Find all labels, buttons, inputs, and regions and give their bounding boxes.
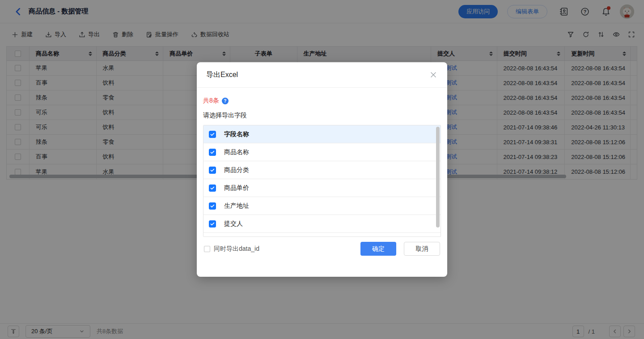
vertical-scrollbar[interactable] bbox=[436, 127, 440, 227]
count-help-icon[interactable]: ? bbox=[222, 98, 229, 104]
export-fields-hint: 请选择导出字段 bbox=[203, 112, 441, 120]
field-label: 商品名称 bbox=[224, 148, 249, 156]
export-field-row[interactable]: 生产地址 bbox=[203, 197, 441, 215]
field-checkbox[interactable] bbox=[209, 167, 216, 174]
export-field-row[interactable]: 商品名称 bbox=[203, 143, 441, 161]
field-checkbox[interactable] bbox=[209, 149, 216, 156]
field-checkbox[interactable] bbox=[209, 131, 216, 138]
export-field-list: 字段名称商品名称商品分类商品单价生产地址提交人 bbox=[203, 125, 441, 237]
record-count-text: 共8条 bbox=[203, 97, 219, 105]
field-checkbox[interactable] bbox=[209, 185, 216, 192]
export-dataid-label: 同时导出data_id bbox=[214, 245, 259, 253]
field-checkbox[interactable] bbox=[209, 220, 216, 227]
export-excel-modal: 导出Excel 共8条 ? 请选择导出字段 字段名称商品名称商品分类商品单价生产… bbox=[197, 62, 447, 277]
export-field-row[interactable]: 字段名称 bbox=[203, 125, 441, 143]
export-field-row[interactable]: 商品分类 bbox=[203, 161, 441, 179]
field-label: 商品单价 bbox=[224, 184, 249, 192]
close-icon[interactable] bbox=[429, 71, 437, 79]
export-field-row[interactable]: 商品单价 bbox=[203, 179, 441, 197]
field-label: 字段名称 bbox=[224, 130, 249, 138]
confirm-button[interactable]: 确定 bbox=[360, 242, 396, 256]
field-label: 生产地址 bbox=[224, 202, 249, 210]
export-dataid-checkbox[interactable] bbox=[204, 246, 210, 252]
modal-title: 导出Excel bbox=[206, 70, 238, 80]
field-checkbox[interactable] bbox=[209, 202, 216, 210]
export-field-row[interactable]: 提交人 bbox=[203, 215, 441, 233]
field-label: 商品分类 bbox=[224, 166, 249, 174]
cancel-button[interactable]: 取消 bbox=[404, 242, 440, 256]
field-label: 提交人 bbox=[224, 220, 243, 228]
